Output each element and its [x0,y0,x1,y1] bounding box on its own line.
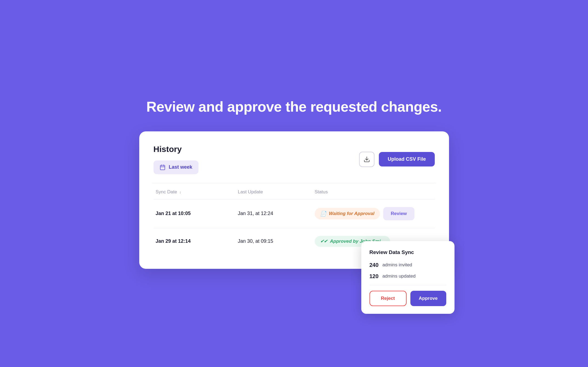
status-cell: 📄 Waiting for Approval [315,208,383,219]
sort-icon: ↓ [179,190,181,194]
filter-row: Last week [154,160,198,174]
table-header: Sync Date ↓ Last Update Status [154,183,435,199]
download-button[interactable] [359,152,374,167]
review-popup: Review Data Sync 240 admins invited 120 … [361,241,455,314]
col-action [383,189,433,195]
stat-invited-label: admins invited [382,262,412,268]
upload-csv-button[interactable]: Upload CSV File [379,152,434,166]
card-header: History Last week [154,145,435,174]
filter-button[interactable]: Last week [154,160,198,174]
popup-stat-invited: 240 admins invited [370,262,446,268]
sync-date-cell: Jan 21 at 10:05 [156,211,238,216]
popup-stat-updated: 120 admins updated [370,273,446,280]
approve-button[interactable]: Approve [410,291,446,306]
header-right: Upload CSV File [359,152,434,167]
last-update-cell: Jan 31, at 12:24 [238,211,315,216]
page-title: Review and approve the requested changes… [146,98,442,115]
history-title: History [154,145,198,154]
stat-updated-label: admins updated [382,273,416,279]
reject-button[interactable]: Reject [370,291,407,306]
status-badge-waiting: 📄 Waiting for Approval [315,208,380,219]
table-row: Jan 21 at 10:05 Jan 31, at 12:24 📄 Waiti… [154,199,435,228]
calendar-icon [160,164,166,170]
popup-divider [370,285,446,285]
sync-date-cell: Jan 29 at 12:14 [156,238,238,244]
stat-updated-number: 120 [370,273,379,280]
action-cell: Review [383,207,433,220]
col-status: Status [315,189,383,195]
popup-actions: Reject Approve [370,291,446,306]
col-sync-date: Sync Date ↓ [156,189,238,195]
stat-invited-number: 240 [370,262,379,268]
review-button[interactable]: Review [383,207,415,220]
last-update-cell: Jan 30, at 09:15 [238,238,315,244]
filter-label: Last week [169,164,192,170]
svg-rect-0 [160,165,165,170]
history-card: History Last week [139,131,449,269]
doc-icon: 📄 [320,211,326,217]
check-icon: ✔✔ [320,239,327,244]
page-wrapper: Review and approve the requested changes… [0,0,588,367]
popup-title: Review Data Sync [370,249,446,255]
col-last-update: Last Update [238,189,315,195]
download-icon [363,156,370,163]
header-left: History Last week [154,145,198,174]
